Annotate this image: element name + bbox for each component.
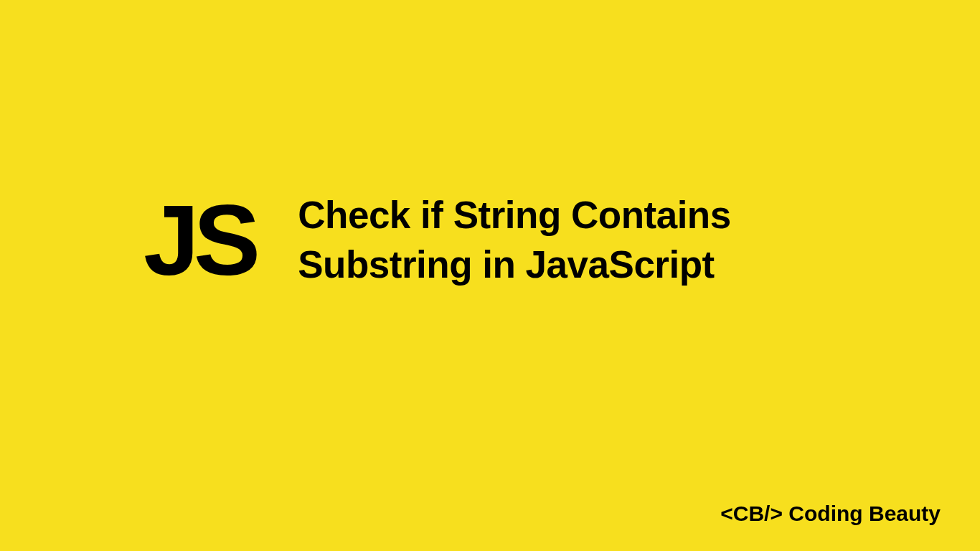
- title-line-1: Check if String Contains: [298, 191, 730, 240]
- hero-content: JS Check if String Contains Substring in…: [143, 190, 731, 291]
- article-title: Check if String Contains Substring in Ja…: [298, 191, 730, 290]
- title-line-2: Substring in JavaScript: [298, 240, 730, 290]
- brand-footer: <CB/> Coding Beauty: [720, 501, 941, 526]
- js-logo: JS: [143, 190, 255, 291]
- brand-name: Coding Beauty: [788, 501, 941, 525]
- brand-tag: <CB/>: [720, 501, 783, 525]
